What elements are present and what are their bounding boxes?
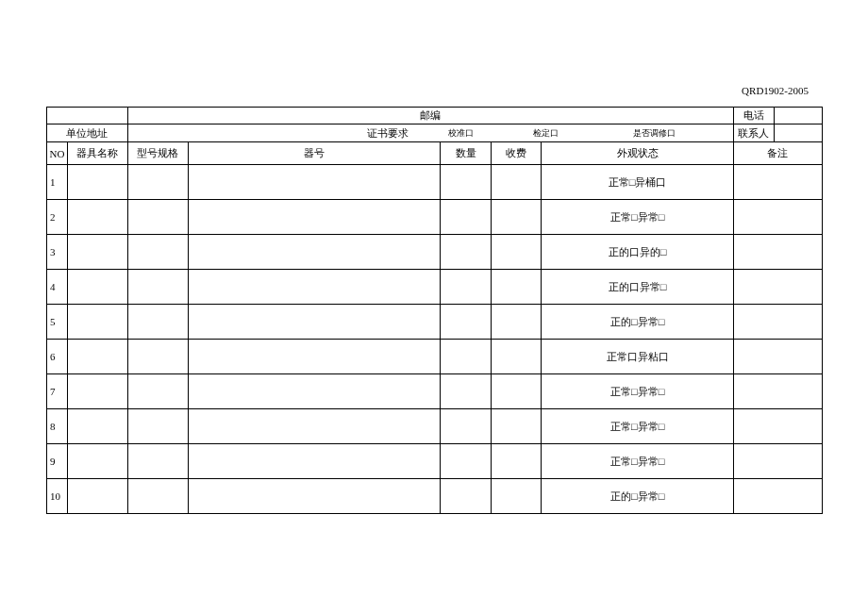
cell-no: 2 — [47, 200, 68, 234]
cell-name[interactable] — [68, 270, 127, 304]
cell-remark[interactable] — [733, 200, 822, 235]
cell-qty[interactable] — [441, 270, 492, 305]
cell-appearance[interactable]: 正的口异常□ — [542, 270, 733, 305]
cell-name[interactable] — [68, 305, 127, 339]
cell-qty[interactable] — [441, 374, 492, 409]
cell-model[interactable] — [127, 374, 188, 409]
cert-req-label: 证书要求 — [128, 126, 419, 141]
cell-serial[interactable] — [188, 270, 441, 305]
cell-serial[interactable] — [188, 200, 441, 235]
cell-name[interactable] — [68, 165, 127, 199]
col-name: 器具名称 — [68, 142, 127, 164]
cert-opt-adjustment[interactable]: 是否调修口 — [588, 127, 721, 140]
cell-remark[interactable] — [733, 305, 822, 340]
cell-appearance[interactable]: 正常□异常□ — [542, 409, 733, 444]
cert-opt-calibration[interactable]: 校准口 — [418, 127, 503, 140]
cell-appearance[interactable]: 正的□异常□ — [542, 305, 733, 340]
col-qty: 数量 — [441, 142, 492, 165]
cell-no: 9 — [47, 444, 68, 478]
cell-fee[interactable] — [491, 165, 542, 200]
col-no: NO — [47, 142, 68, 164]
cell-serial[interactable] — [188, 165, 441, 200]
cell-fee[interactable] — [491, 235, 542, 270]
cell-model[interactable] — [127, 340, 188, 374]
cell-qty[interactable] — [441, 479, 492, 514]
cell-name[interactable] — [68, 235, 127, 269]
cell-remark[interactable] — [733, 165, 822, 200]
contact-value[interactable] — [774, 124, 822, 142]
cell-serial[interactable] — [188, 409, 441, 444]
cell-name[interactable] — [68, 479, 127, 513]
cell-serial[interactable] — [188, 444, 441, 479]
cell-qty[interactable] — [441, 409, 492, 444]
cell-name[interactable] — [68, 374, 127, 408]
col-serial: 器号 — [188, 142, 441, 165]
cell-model[interactable] — [127, 235, 188, 270]
cell-appearance[interactable]: 正的□异常□ — [542, 479, 733, 514]
cell-serial[interactable] — [188, 305, 441, 340]
postcode-label: 邮编 — [127, 108, 733, 124]
cell-qty[interactable] — [441, 340, 492, 374]
cell-model[interactable] — [127, 444, 188, 479]
cell-appearance[interactable]: 正常□异常□ — [542, 200, 733, 235]
cell-serial[interactable] — [188, 235, 441, 270]
cell-fee[interactable] — [491, 444, 542, 479]
cell-name[interactable] — [68, 200, 127, 234]
contact-label: 联系人 — [733, 124, 774, 142]
form-table: 邮编 电话 单位地址 证书要求 校准口 检定口 是否调修口 联系人 NO 器具名… — [46, 107, 823, 514]
cell-qty[interactable] — [441, 444, 492, 479]
cell-qty[interactable] — [441, 200, 492, 235]
col-fee: 收费 — [491, 142, 542, 165]
cell-serial[interactable] — [188, 340, 441, 374]
col-appearance: 外观状态 — [542, 142, 733, 165]
cell-fee[interactable] — [491, 270, 542, 305]
phone-value[interactable] — [774, 108, 822, 124]
cell-fee[interactable] — [491, 200, 542, 235]
cell-appearance[interactable]: 正常口异粘口 — [542, 340, 733, 374]
cell-name[interactable] — [68, 340, 127, 373]
cell-remark[interactable] — [733, 479, 822, 514]
cell-remark[interactable] — [733, 409, 822, 444]
cell-remark[interactable] — [733, 235, 822, 270]
cell-remark[interactable] — [733, 374, 822, 409]
cert-req-cell: 证书要求 校准口 检定口 是否调修口 — [127, 124, 733, 142]
phone-label: 电话 — [733, 108, 774, 124]
cell-no: 4 — [47, 270, 68, 304]
cell-fee[interactable] — [491, 305, 542, 340]
cell-fee[interactable] — [491, 374, 542, 409]
cell-fee[interactable] — [491, 409, 542, 444]
cell-serial[interactable] — [188, 479, 441, 514]
cell-model[interactable] — [127, 200, 188, 235]
cell-fee[interactable] — [491, 479, 542, 514]
cell-remark[interactable] — [733, 444, 822, 479]
cell-remark[interactable] — [733, 340, 822, 374]
cell-appearance[interactable]: 正常□异常□ — [542, 444, 733, 479]
cell-no: 5 — [47, 305, 68, 339]
cell-name[interactable] — [68, 444, 127, 478]
cell-no: 7 — [47, 374, 68, 408]
cell-no: 1 — [47, 165, 68, 199]
cell-appearance[interactable]: 正常□异常□ — [542, 374, 733, 409]
cell-no: 3 — [47, 235, 68, 269]
cell-model[interactable] — [127, 409, 188, 444]
cell-no-name: 1 — [47, 165, 128, 200]
cell-serial[interactable] — [188, 374, 441, 409]
cell-remark[interactable] — [733, 270, 822, 305]
document-code: QRD1902-2005 — [742, 85, 809, 96]
cell-name[interactable] — [68, 409, 127, 443]
col-model: 型号规格 — [127, 142, 188, 165]
cert-opt-verification[interactable]: 检定口 — [503, 127, 588, 140]
cell-model[interactable] — [127, 479, 188, 514]
cell-appearance[interactable]: 正的口异的□ — [542, 235, 733, 270]
cell-fee[interactable] — [491, 340, 542, 374]
cell-qty[interactable] — [441, 235, 492, 270]
cell-no: 6 — [47, 340, 68, 373]
cell-appearance[interactable]: 正常□异桶口 — [542, 165, 733, 200]
address-label: 单位地址 — [47, 124, 128, 142]
cell-qty[interactable] — [441, 305, 492, 340]
cell-no: 10 — [47, 479, 68, 513]
cell-qty[interactable] — [441, 165, 492, 200]
cell-model[interactable] — [127, 165, 188, 200]
cell-model[interactable] — [127, 270, 188, 305]
cell-model[interactable] — [127, 305, 188, 340]
